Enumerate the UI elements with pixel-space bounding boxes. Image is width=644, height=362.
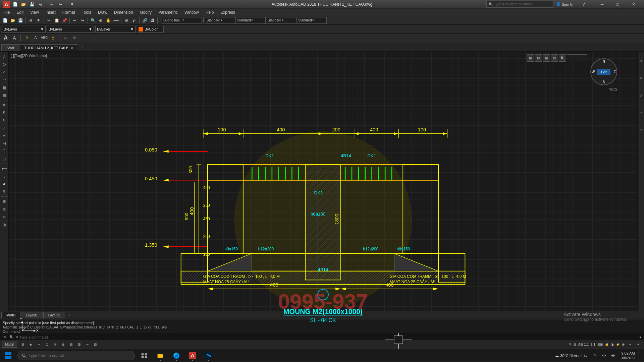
- view-toggle-3[interactable]: ⊠: [543, 54, 550, 62]
- standard-dropdown-2[interactable]: Standard ▼: [235, 17, 266, 24]
- lt-offset[interactable]: ⊟: [1, 155, 8, 163]
- view-toggle-2[interactable]: ⊟: [535, 54, 542, 62]
- photoshop-taskbar-icon[interactable]: Ps: [201, 349, 217, 362]
- new-tab-btn[interactable]: ＋: [78, 43, 88, 51]
- lt-draw-circle[interactable]: ○: [1, 68, 8, 76]
- text-style-A[interactable]: A: [2, 34, 9, 42]
- tb-copy[interactable]: 📋: [53, 17, 60, 24]
- menu-draw[interactable]: Draw: [95, 9, 111, 16]
- lt-draw-poly[interactable]: ⬠: [1, 61, 8, 68]
- lt-snap[interactable]: ⊕: [1, 213, 8, 221]
- lineweight-dropdown[interactable]: ByLayer ▼: [95, 26, 136, 33]
- lt-rotate[interactable]: ↻: [1, 117, 8, 124]
- tb-save[interactable]: 💾: [17, 17, 24, 24]
- text-color2-btn[interactable]: A: [32, 34, 39, 42]
- maximize-btn[interactable]: □: [610, 0, 626, 9]
- menu-express[interactable]: Express: [217, 9, 238, 16]
- lt-move[interactable]: ✥: [1, 101, 8, 109]
- text-color-btn[interactable]: A: [23, 34, 31, 42]
- tab-drawing[interactable]: THUC HANH 2_KET CAU* ✕: [19, 44, 78, 51]
- view-toggle-4[interactable]: ⊡: [551, 54, 558, 62]
- symbol-btn2[interactable]: ⊕: [70, 34, 78, 42]
- plot-btn[interactable]: 🖨: [37, 1, 44, 8]
- help-btn[interactable]: ?: [576, 0, 591, 9]
- taskbar-search[interactable]: [17, 351, 135, 360]
- symbol-btn1[interactable]: ≡: [62, 34, 69, 42]
- menu-tools[interactable]: Tools: [78, 9, 95, 16]
- color-dropdown[interactable]: ByColor: [137, 26, 164, 33]
- new-btn[interactable]: 📄: [11, 1, 19, 8]
- menu-dimension[interactable]: Dimension: [111, 9, 137, 16]
- task-view-btn[interactable]: [136, 349, 152, 362]
- show-hidden-tray[interactable]: ^: [591, 349, 599, 362]
- tb-cut[interactable]: ✂: [45, 17, 53, 24]
- tb-image[interactable]: 🖼: [149, 17, 156, 24]
- menu-help[interactable]: Help: [202, 9, 217, 16]
- rt-btn-4[interactable]: P: [638, 104, 644, 121]
- tb-preview[interactable]: 👁: [35, 17, 42, 24]
- lt-gradient[interactable]: ▤: [1, 92, 8, 99]
- menu-insert[interactable]: Insert: [42, 9, 59, 16]
- undo-btn[interactable]: ↩: [48, 1, 56, 8]
- menu-parametric[interactable]: Parametric: [155, 9, 181, 16]
- weather-tray[interactable]: ☁ 30°C Nhiều mây: [552, 349, 589, 362]
- lt-trim[interactable]: ✂: [1, 132, 8, 139]
- open-btn[interactable]: 📂: [20, 1, 27, 8]
- menu-view[interactable]: View: [27, 9, 42, 16]
- tb-redo[interactable]: ↪: [79, 17, 86, 24]
- redo-btn[interactable]: ↪: [57, 1, 64, 8]
- tb-zoom-window[interactable]: 🔍: [89, 17, 97, 24]
- autocad-taskbar-icon[interactable]: A: [184, 349, 201, 362]
- tb-zoom-realtime[interactable]: ⊕: [97, 17, 104, 24]
- close-btn[interactable]: ✕: [626, 0, 641, 9]
- custom-btn[interactable]: ▼: [68, 1, 76, 8]
- file-explorer-icon[interactable]: [152, 349, 168, 362]
- rt-btn-5[interactable]: S: [638, 121, 644, 138]
- tb-xref[interactable]: 🔗: [141, 17, 148, 24]
- layer-dropdown[interactable]: ByLayer ▼: [2, 26, 46, 33]
- standard-dropdown-1[interactable]: Standard ▼: [205, 17, 235, 24]
- lt-mtext[interactable]: ¶: [1, 188, 8, 195]
- taskbar-search-input[interactable]: [29, 353, 130, 358]
- minimize-btn[interactable]: ─: [594, 0, 610, 9]
- cmd-clear-btn[interactable]: ✕: [2, 335, 7, 340]
- tab-close-icon[interactable]: ✕: [70, 46, 73, 50]
- start-button[interactable]: [0, 349, 16, 362]
- menu-file[interactable]: File: [0, 9, 13, 16]
- volume-icon[interactable]: [609, 349, 618, 362]
- lt-extend[interactable]: ⊣: [1, 140, 8, 147]
- text-style-a[interactable]: A: [11, 34, 18, 42]
- tb-print[interactable]: 🖨: [27, 17, 35, 24]
- show-desktop-btn[interactable]: [639, 349, 641, 362]
- tb-paste[interactable]: 📌: [61, 17, 68, 24]
- view-toggle-1[interactable]: ⊞: [527, 54, 534, 62]
- rt-btn-1[interactable]: P: [638, 53, 644, 70]
- lt-properties[interactable]: ⊞: [1, 198, 8, 205]
- canvas-area[interactable]: [-][Top][2D Wireframe] X Y Z ⊞ ⊟ ⊠: [9, 52, 637, 362]
- sign-in-btn[interactable]: 👤Sign In: [556, 2, 573, 6]
- save-btn[interactable]: 💾: [28, 1, 36, 8]
- network-icon[interactable]: [600, 349, 608, 362]
- lt-arc[interactable]: ◠: [1, 76, 8, 83]
- lt-hatch[interactable]: ▦: [1, 84, 8, 91]
- standard-dropdown-3[interactable]: Standard ▼: [266, 17, 296, 24]
- menu-format[interactable]: Format: [59, 9, 78, 16]
- abc-btn[interactable]: ABC: [41, 34, 48, 42]
- clock[interactable]: 9:09 AM 3/8/2023: [619, 351, 637, 360]
- lt-dim-aligned[interactable]: ↕: [1, 173, 8, 180]
- tb-pan[interactable]: ✋: [105, 17, 112, 24]
- view-name-box[interactable]: [567, 54, 587, 61]
- tb-matchprop[interactable]: 🖌: [130, 17, 138, 24]
- tb-properties[interactable]: ⚙: [123, 17, 130, 24]
- lt-dim-linear[interactable]: ⟺: [1, 165, 8, 172]
- lt-draw-line[interactable]: ╱: [1, 53, 8, 60]
- search-box[interactable]: 🔍 Type a keyword or phrase: [486, 1, 553, 8]
- edge-icon[interactable]: [168, 349, 184, 362]
- layer-name-dropdown[interactable]: Duong bao ▼: [162, 17, 202, 24]
- lt-layerstate[interactable]: ⊜: [1, 205, 8, 213]
- tb-new[interactable]: 📄: [1, 17, 9, 24]
- view-toggle-5[interactable]: 🔍: [559, 54, 566, 62]
- menu-window[interactable]: Window: [181, 9, 202, 16]
- tb-open[interactable]: 📂: [9, 17, 16, 24]
- menu-modify[interactable]: Modify: [137, 9, 155, 16]
